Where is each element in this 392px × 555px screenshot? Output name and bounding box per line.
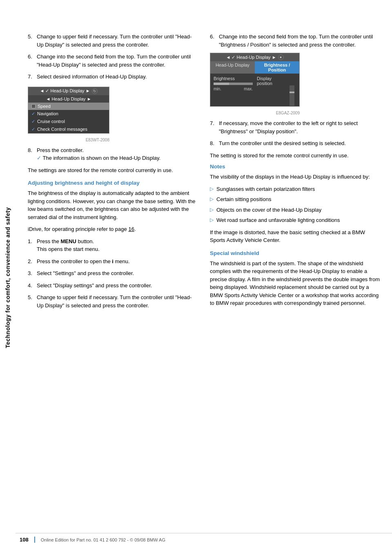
step-8-text: Press the controller. ✓ The information … [37, 146, 160, 162]
step-8-num: 8. [28, 146, 37, 162]
hud-tab-display: Head-Up Display [210, 61, 255, 74]
hud-minmax: min. max. [214, 87, 253, 91]
hud-right-top-bar: ◄ ✓ Head-Up Display ► ● [210, 53, 299, 61]
hud-position-bar [290, 85, 294, 106]
step-b3: 3. Select "Settings" and press the contr… [28, 269, 198, 278]
idrive-ref: iDrive, for operating principle refer to… [28, 225, 198, 233]
bullet-4: ▷ Wet road surface and unfavorable light… [210, 216, 380, 224]
step-r6-text: Change into the second field from the to… [219, 33, 380, 49]
hud-position-bar-container [257, 87, 296, 104]
bullet-arrow-4: ▷ [210, 216, 216, 224]
step-r7-text: If necessary, move the controller to the… [219, 119, 380, 135]
bullet-2: ▷ Certain sitting positions [210, 195, 380, 204]
hud-menu-speed: Speed [28, 103, 109, 110]
hud-brightness-label: Brightness [214, 76, 253, 81]
left-column: 5. Change to upper field if necessary. T… [28, 33, 198, 315]
notes-heading: Notes [210, 163, 380, 170]
step-b5-num: 5. [28, 293, 37, 309]
step-5-num: 5. [28, 33, 37, 49]
step-b2: 2. Press the controller to open the i me… [28, 257, 198, 266]
step-b5-text: Change to upper field if necessary. Turn… [37, 293, 198, 309]
step-b1-num: 1. [28, 237, 37, 253]
hud-position-label: Displayposition [257, 76, 296, 86]
hud-menu-check-control: ✓ Check Control messages [28, 125, 109, 133]
footer: 108 Online Edition for Part no. 01 41 2 … [16, 533, 392, 543]
hud-slider-fill [214, 83, 229, 85]
bullet-1: ▷ Sunglasses with certain polarization f… [210, 185, 380, 193]
hud-top-bar: ◄ ✓ Head-Up Display ► ↻ [28, 87, 109, 95]
step-b3-text: Select "Settings" and press the controll… [37, 269, 134, 278]
step-8: 8. Press the controller. ✓ The informati… [28, 146, 198, 162]
step-6: 6. Change into the second field from the… [28, 53, 198, 69]
sidebar-label: Technology for comfort, convenience and … [4, 207, 11, 348]
hud-min-label: min. [214, 87, 221, 91]
hud-label-cruise: Cruise control [37, 119, 65, 124]
hud-check-navigation: ✓ [31, 111, 35, 116]
hud-corner-btn: ↻ [92, 88, 98, 94]
hud-top-title: ◄ ✓ Head-Up Display ► [40, 88, 90, 94]
hud-position-right: Displayposition [257, 76, 296, 104]
hud-menu-screenshot: ◄ ✓ Head-Up Display ► ↻ ◄ Head-Up Displa… [28, 87, 109, 134]
bullet-text-4: Wet road surface and unfavorable lightin… [216, 216, 340, 224]
hud-brightness-screenshot: ◄ ✓ Head-Up Display ► ● Head-Up Display … [210, 53, 300, 107]
step-6-text: Change into the second field from the to… [37, 53, 198, 69]
step-r6-num: 6. [210, 33, 219, 49]
body-text-brightness: The brightness of the display is automat… [28, 189, 198, 221]
step-r8: 8. Turn the controller until the desired… [210, 139, 380, 148]
hud-menu-navigation: ✓ Navigation [28, 110, 109, 118]
footer-copyright: Online Edition for Part no. 01 41 2 600 … [35, 537, 165, 542]
bullet-text-3: Objects on the cover of the Head-Up Disp… [216, 206, 321, 214]
hud-check-cruise: ✓ [31, 119, 35, 124]
step-b1: 1. Press the MENU button.This opens the … [28, 237, 198, 253]
step-b4: 4. Select "Display settings" and press t… [28, 282, 198, 290]
step-r7: 7. If necessary, move the controller to … [210, 119, 380, 135]
step-b2-num: 2. [28, 257, 37, 266]
hud-tab-brightness: Brightness / Position [255, 61, 299, 74]
notes-bullets-list: ▷ Sunglasses with certain polarization f… [210, 185, 380, 224]
bullet-arrow-1: ▷ [210, 185, 216, 193]
step-b4-text: Select "Display settings" and press the … [37, 282, 152, 290]
hud-right-title: ◄ ✓ Head-Up Display ► [226, 55, 276, 60]
hud-subtitle: ◄ Head-Up Display ► [46, 96, 91, 101]
settings-note-left: The settings are stored for the remote c… [28, 166, 198, 175]
hud-label-check-control: Check Control messages [37, 127, 87, 132]
step-7: 7. Select desired information of Head-Up… [28, 73, 198, 81]
page-number: 108 [16, 537, 35, 543]
step-r8-num: 8. [210, 139, 219, 148]
hud-menu-cruise: ✓ Cruise control [28, 118, 109, 125]
section-heading-brightness: Adjusting brightness and height of displ… [28, 180, 198, 186]
notes-footer: If the image is distorted, have the basi… [210, 228, 380, 244]
step-r6: 6. Change into the second field from the… [210, 33, 380, 49]
step-b2-text: Press the controller to open the i menu. [37, 257, 130, 266]
special-windshield-text: The windshield is part of the system. Th… [210, 260, 380, 307]
step-b3-num: 3. [28, 269, 37, 278]
step-r8-text: Turn the controller until the desired se… [219, 139, 346, 148]
step-b5: 5. Change to upper field if necessary. T… [28, 293, 198, 309]
bullet-text-1: Sunglasses with certain polarization fil… [216, 185, 315, 193]
hud-brightness-left: Brightness min. max. [214, 76, 253, 104]
image-caption-left: E83WT-2008 [28, 138, 109, 142]
hud-right-tabs: Head-Up Display Brightness / Position [210, 61, 299, 74]
step-5: 5. Change to upper field if necessary. T… [28, 33, 198, 49]
hud-subtitle-bar: ◄ Head-Up Display ► [28, 95, 109, 103]
hud-slider-bar [214, 83, 253, 85]
step-6-num: 6. [28, 53, 37, 69]
hud-brightness-section: Brightness min. max. Displayposition [210, 74, 299, 106]
settings-note-right: The setting is stored for the remote con… [210, 152, 380, 160]
hud-position-indicator [290, 92, 294, 93]
step-r7-num: 7. [210, 119, 219, 135]
bullet-arrow-3: ▷ [210, 206, 216, 214]
bullet-text-2: Certain sitting positions [216, 195, 271, 204]
hud-label-speed: Speed [38, 104, 51, 109]
bullet-3: ▷ Objects on the cover of the Head-Up Di… [210, 206, 380, 214]
sidebar: Technology for comfort, convenience and … [0, 0, 16, 555]
hud-label-navigation: Navigation [37, 111, 58, 116]
hud-checkbox-speed [31, 104, 36, 108]
step-7-num: 7. [28, 73, 37, 81]
steps-bottom-list: 1. Press the MENU button.This opens the … [28, 237, 198, 310]
right-column: 6. Change into the second field from the… [210, 33, 380, 315]
hud-check-control: ✓ [31, 127, 35, 132]
step-7-text: Select desired information of Head-Up Di… [37, 73, 147, 81]
bullet-arrow-2: ▷ [210, 195, 216, 204]
steps-top-list: 5. Change to upper field if necessary. T… [28, 33, 198, 81]
